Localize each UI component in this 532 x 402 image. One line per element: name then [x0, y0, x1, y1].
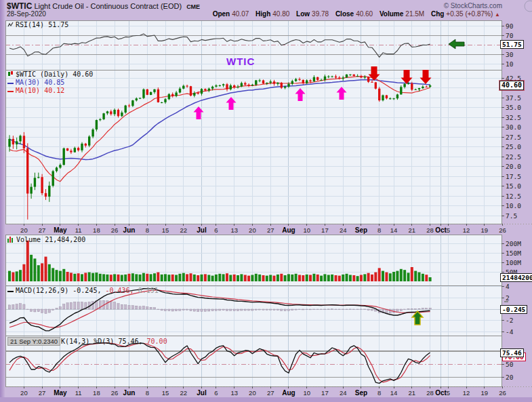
stockcharts-credit-link[interactable]: © StockCharts.com	[444, 2, 502, 9]
svg-text:Jul: Jul	[197, 389, 207, 397]
svg-text:10: 10	[303, 389, 310, 397]
svg-text:27.5: 27.5	[506, 134, 521, 141]
macd-legend-label: MACD(12,26,9)	[16, 287, 68, 294]
svg-text:Sep: Sep	[355, 226, 367, 234]
stockcharts-logo-mark	[525, 1, 532, 12]
close-label: Close	[335, 10, 354, 18]
svg-text:100M: 100M	[506, 259, 521, 266]
stoch-legend-label: K(14,3) %D(3)	[61, 338, 114, 345]
volume-bars-icon	[7, 236, 14, 244]
svg-text:25.0: 25.0	[506, 143, 521, 150]
ma10-legend-text: MA(10) 40.12	[16, 87, 64, 94]
macd-value: -0.245,	[73, 287, 101, 294]
svg-text:26: 26	[111, 226, 119, 234]
high-label: High	[255, 10, 270, 18]
open-value: 40.07	[232, 10, 249, 18]
svg-text:May: May	[54, 226, 67, 234]
quote-row: Open40.07 High40.80 Low39.78 Close40.60 …	[208, 10, 500, 18]
svg-text:19: 19	[481, 389, 489, 397]
svg-text:27: 27	[39, 226, 46, 234]
svg-text:22.5: 22.5	[506, 153, 521, 161]
svg-text:13: 13	[230, 226, 238, 234]
crosshair-tooltip: 21 Sep Y:0.2340	[7, 337, 60, 346]
stoch-d-value: 70.00	[147, 338, 167, 345]
chart-date: 28-Sep-2020	[7, 10, 46, 18]
svg-text:200M: 200M	[506, 240, 521, 247]
svg-text:-2: -2	[506, 317, 513, 324]
svg-text:15: 15	[162, 389, 169, 397]
svg-text:Aug: Aug	[282, 389, 295, 397]
svg-text:May: May	[54, 389, 67, 397]
svg-text:14: 14	[390, 389, 398, 397]
ma30-line-icon	[7, 79, 14, 87]
svg-text:21: 21	[409, 226, 416, 234]
svg-text:10: 10	[303, 226, 310, 234]
volume-value: 21.5M	[405, 10, 424, 18]
svg-text:12: 12	[463, 226, 470, 234]
rsi-value-box: 51.75	[500, 40, 524, 49]
svg-text:30: 30	[506, 51, 514, 58]
stoch-k-value: 75.46,	[118, 338, 142, 345]
svg-text:32.5: 32.5	[506, 114, 521, 121]
macd-value-box: -0.245	[500, 305, 527, 314]
chart-header: $WTIC Light Crude Oil - Continuous Contr…	[7, 1, 200, 11]
stoch-legend: 21 Sep Y:0.2340K(14,3) %D(3) 75.46, 70.0…	[7, 337, 167, 346]
svg-text:26: 26	[111, 389, 119, 397]
rsi-legend-text: RSI(14) 51.75	[16, 21, 68, 28]
svg-text:Oct: Oct	[435, 226, 447, 234]
svg-text:27: 27	[267, 389, 274, 397]
svg-text:28: 28	[426, 226, 434, 234]
macd-hist-value-box	[504, 301, 508, 302]
svg-text:26: 26	[499, 226, 506, 234]
right-axis: 42.537.535.032.530.027.525.022.520.017.5…	[502, 22, 521, 381]
svg-text:26: 26	[499, 389, 506, 397]
svg-text:6: 6	[214, 226, 218, 234]
svg-text:17: 17	[321, 389, 329, 397]
svg-text:8: 8	[146, 389, 149, 397]
ma30-legend-text: MA(30) 40.85	[16, 79, 64, 86]
volume-label: Volume	[380, 10, 403, 18]
up-triangle-icon: ▲	[495, 12, 500, 18]
svg-text:8: 8	[377, 389, 381, 397]
macd-line-icon	[7, 287, 14, 295]
low-value: 39.78	[312, 10, 329, 18]
svg-text:Sep: Sep	[355, 389, 367, 397]
svg-text:150M: 150M	[506, 249, 521, 257]
chg-label: Chg	[431, 10, 444, 18]
svg-text:24: 24	[340, 389, 347, 397]
svg-text:50: 50	[506, 361, 514, 368]
svg-text:22: 22	[180, 389, 188, 397]
svg-text:8: 8	[146, 226, 149, 234]
svg-text:30.0: 30.0	[506, 123, 521, 131]
svg-text:Jul: Jul	[197, 226, 207, 234]
svg-text:27: 27	[267, 226, 274, 234]
exchange: CME	[186, 3, 200, 10]
svg-text:15: 15	[162, 226, 169, 234]
svg-text:20: 20	[20, 226, 28, 234]
svg-text:12: 12	[463, 389, 470, 397]
stockcharts-chart-page: 42.537.535.032.530.027.525.022.520.017.5…	[0, 0, 532, 402]
symbol-watermark: WTIC	[226, 56, 255, 67]
svg-text:28: 28	[426, 389, 434, 397]
volume-legend: Volume 21,484,200	[7, 236, 85, 244]
price-value-box: 40.60	[499, 81, 524, 90]
high-value: 40.80	[272, 10, 289, 18]
svg-text:18: 18	[93, 389, 100, 397]
svg-text:70: 70	[506, 32, 514, 39]
svg-text:11: 11	[75, 389, 82, 397]
svg-text:-4: -4	[506, 328, 514, 336]
svg-text:15.0: 15.0	[506, 182, 521, 190]
svg-text:35.0: 35.0	[506, 104, 521, 111]
svg-text:22: 22	[180, 226, 188, 234]
svg-text:20: 20	[249, 389, 256, 397]
svg-text:37.5: 37.5	[506, 94, 521, 102]
svg-text:8: 8	[377, 226, 381, 234]
svg-text:20.0: 20.0	[506, 163, 521, 170]
svg-text:20: 20	[249, 226, 256, 234]
price-legend: $WTIC (Daily) 40.60 MA(30) 40.85 MA(10) …	[7, 71, 93, 95]
svg-text:Aug: Aug	[282, 226, 295, 234]
svg-text:14: 14	[390, 226, 398, 234]
svg-text:21: 21	[409, 389, 416, 397]
svg-text:Jun: Jun	[123, 389, 136, 397]
symbol: $WTIC	[7, 1, 32, 11]
